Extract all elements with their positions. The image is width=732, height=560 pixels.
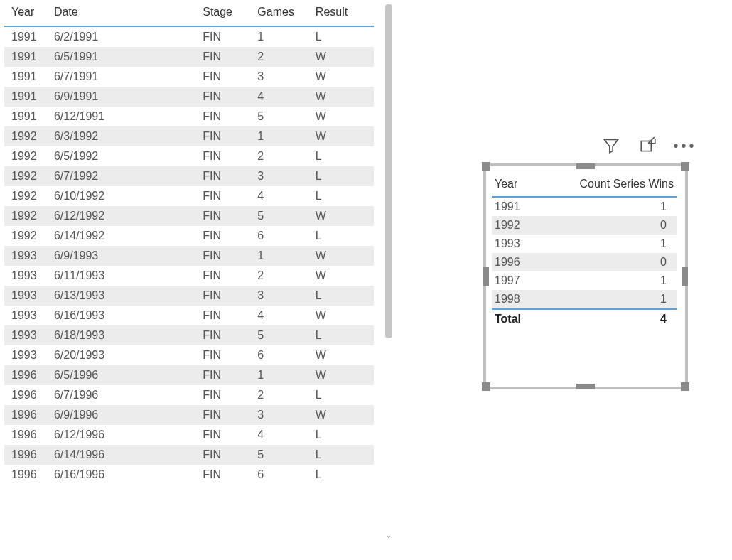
cell-date: 6/5/1992 — [50, 146, 198, 166]
cell-stage: FIN — [198, 345, 253, 365]
cell-year: 1996 — [4, 365, 50, 385]
summary-total-row: Total4 — [492, 309, 677, 328]
table-row[interactable]: 19971 — [492, 271, 677, 290]
cell-stage: FIN — [198, 266, 253, 286]
table-row[interactable]: 19916/12/1991FIN5W — [4, 107, 374, 126]
cell-result: W — [311, 87, 374, 107]
table-row[interactable]: 19916/9/1991FIN4W — [4, 87, 374, 107]
cell-games: 4 — [253, 87, 311, 107]
cell-date: 6/12/1992 — [50, 206, 198, 226]
summary-cell-year: 1993 — [492, 235, 537, 253]
cell-year: 1992 — [4, 166, 50, 186]
games-table: Year Date Stage Games Result 19916/2/199… — [4, 0, 374, 485]
scroll-down-arrow[interactable]: ˅ — [384, 534, 394, 546]
cell-games: 2 — [253, 266, 311, 286]
table-row[interactable]: 19916/5/1991FIN2W — [4, 47, 374, 67]
table-row[interactable]: 19916/2/1991FIN1L — [4, 26, 374, 47]
ellipsis-icon: ••• — [674, 138, 697, 154]
cell-stage: FIN — [198, 166, 253, 186]
resize-handle-tr[interactable] — [681, 162, 689, 171]
scroll-thumb[interactable] — [385, 4, 392, 338]
table-row[interactable]: 19966/5/1996FIN1W — [4, 365, 374, 385]
cell-result: L — [311, 286, 374, 306]
focus-mode-icon[interactable] — [637, 135, 659, 156]
col-header-games[interactable]: Games — [253, 0, 311, 26]
table-row[interactable]: 19911 — [492, 197, 677, 216]
cell-games: 2 — [253, 47, 311, 67]
resize-handle-br[interactable] — [681, 382, 689, 391]
cell-year: 1991 — [4, 107, 50, 126]
table-row[interactable]: 19966/14/1996FIN5L — [4, 445, 374, 465]
cell-games: 1 — [253, 365, 311, 385]
cell-games: 6 — [253, 226, 311, 246]
summary-table: Year Count Series Wins 19911199201993119… — [492, 173, 677, 328]
cell-year: 1992 — [4, 146, 50, 166]
cell-games: 2 — [253, 385, 311, 405]
table-row[interactable]: 19926/3/1992FIN1W — [4, 126, 374, 146]
cell-year: 1992 — [4, 206, 50, 226]
table-row[interactable]: 19936/16/1993FIN4W — [4, 306, 374, 325]
table-row[interactable]: 19966/16/1996FIN6L — [4, 465, 374, 485]
cell-year: 1993 — [4, 266, 50, 286]
resize-handle-bottom[interactable] — [576, 384, 595, 389]
table-row[interactable]: 19926/12/1992FIN5W — [4, 206, 374, 226]
filter-icon[interactable] — [601, 135, 622, 156]
cell-stage: FIN — [198, 365, 253, 385]
games-table-scrollbar[interactable]: ˄ ˅ — [384, 4, 394, 544]
table-row[interactable]: 19936/20/1993FIN6W — [4, 345, 374, 365]
cell-games: 3 — [253, 286, 311, 306]
cell-games: 2 — [253, 146, 311, 166]
games-table-visual[interactable]: Year Date Stage Games Result 19916/2/199… — [4, 0, 374, 554]
table-row[interactable]: 19926/7/1992FIN3L — [4, 166, 374, 186]
cell-stage: FIN — [198, 405, 253, 425]
cell-stage: FIN — [198, 107, 253, 126]
table-row[interactable]: 19936/18/1993FIN5L — [4, 325, 374, 345]
summary-cell-count: 1 — [537, 235, 677, 253]
table-row[interactable]: 19966/12/1996FIN4L — [4, 425, 374, 445]
table-row[interactable]: 19926/5/1992FIN2L — [4, 146, 374, 166]
resize-handle-bl[interactable] — [482, 382, 490, 391]
table-row[interactable]: 19916/7/1991FIN3W — [4, 67, 374, 87]
table-row[interactable]: 19966/9/1996FIN3W — [4, 405, 374, 425]
table-row[interactable]: 19936/13/1993FIN3L — [4, 286, 374, 306]
more-options-icon[interactable]: ••• — [674, 135, 696, 156]
summary-col-count[interactable]: Count Series Wins — [537, 173, 677, 197]
col-header-result[interactable]: Result — [311, 0, 374, 26]
table-row[interactable]: 19920 — [492, 216, 677, 235]
summary-header-row: Year Count Series Wins — [492, 173, 677, 197]
cell-year: 1991 — [4, 47, 50, 67]
resize-handle-tl[interactable] — [482, 162, 490, 171]
table-row[interactable]: 19926/14/1992FIN6L — [4, 226, 374, 246]
cell-date: 6/14/1992 — [50, 226, 198, 246]
visual-header-toolbar: ••• — [601, 135, 696, 156]
cell-date: 6/9/1996 — [50, 405, 198, 425]
resize-handle-left[interactable] — [483, 267, 489, 286]
summary-cell-year: 1996 — [492, 253, 537, 271]
table-row[interactable]: 19931 — [492, 235, 677, 253]
table-row[interactable]: 19936/9/1993FIN1W — [4, 246, 374, 266]
cell-year: 1993 — [4, 286, 50, 306]
summary-col-year[interactable]: Year — [492, 173, 537, 197]
table-row[interactable]: 19936/11/1993FIN2W — [4, 266, 374, 286]
cell-stage: FIN — [198, 186, 253, 206]
table-row[interactable]: 19966/7/1996FIN2L — [4, 385, 374, 405]
table-row[interactable]: 19981 — [492, 290, 677, 309]
cell-date: 6/7/1991 — [50, 67, 198, 87]
col-header-date[interactable]: Date — [50, 0, 198, 26]
summary-total-value: 4 — [537, 309, 677, 328]
resize-handle-top[interactable] — [576, 163, 595, 169]
cell-date: 6/7/1992 — [50, 166, 198, 186]
summary-cell-count: 0 — [537, 253, 677, 271]
cell-stage: FIN — [198, 306, 253, 325]
cell-year: 1996 — [4, 465, 50, 485]
table-row[interactable]: 19926/10/1992FIN4L — [4, 186, 374, 206]
cell-games: 4 — [253, 306, 311, 325]
summary-table-visual[interactable]: Year Count Series Wins 19911199201993119… — [483, 163, 688, 389]
col-header-year[interactable]: Year — [4, 0, 50, 26]
summary-cell-year: 1998 — [492, 290, 537, 309]
table-row[interactable]: 19960 — [492, 253, 677, 271]
cell-date: 6/12/1996 — [50, 425, 198, 445]
cell-year: 1992 — [4, 186, 50, 206]
col-header-stage[interactable]: Stage — [198, 0, 253, 26]
resize-handle-right[interactable] — [682, 267, 688, 286]
